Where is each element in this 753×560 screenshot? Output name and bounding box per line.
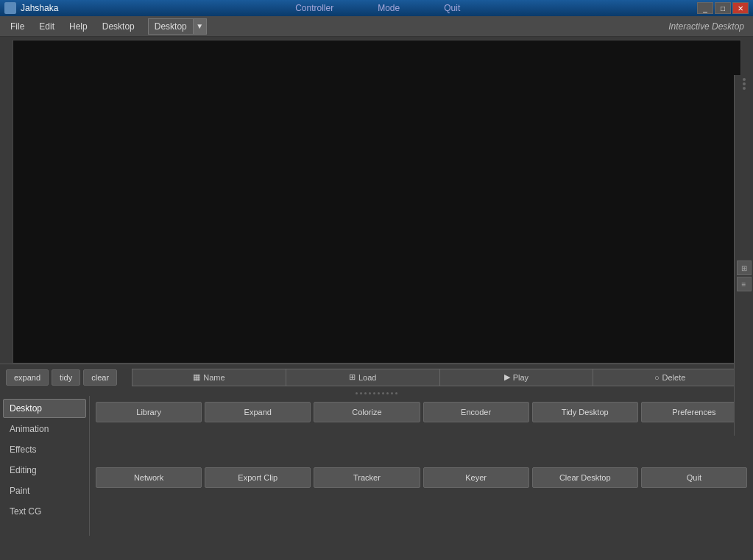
sep-dot-6 — [378, 392, 380, 394]
interactive-desktop-label: Interactive Desktop — [668, 21, 750, 32]
titlebar: Jahshaka Controller Mode Quit _ □ ✕ — [0, 0, 753, 16]
nav-textcg[interactable]: Text CG — [3, 502, 86, 521]
colorize-button[interactable]: Colorize — [314, 402, 420, 422]
sep-dot-3 — [364, 392, 367, 394]
menu-edit[interactable]: Edit — [32, 18, 62, 35]
play-icon: ▶ — [504, 372, 510, 382]
canvas-area — [0, 37, 753, 364]
sep-dot-9 — [391, 392, 393, 394]
sidebar-dot-1 — [743, 78, 746, 81]
titlebar-left: Jahshaka — [4, 2, 58, 14]
desktop-dropdown[interactable]: Desktop — [148, 18, 194, 35]
titlebar-center-1: Controller — [295, 3, 333, 13]
left-nav: Desktop Animation Effects Editing Paint … — [0, 396, 90, 536]
tidy-button[interactable]: tidy — [52, 369, 80, 386]
menu-file[interactable]: File — [3, 18, 32, 35]
nav-animation[interactable]: Animation — [3, 419, 86, 439]
right-sidebar: ⊞ ≡ — [734, 75, 753, 436]
network-button[interactable]: Network — [96, 467, 202, 488]
clear-button[interactable]: clear — [83, 369, 117, 386]
preferences-button[interactable]: Preferences — [641, 402, 747, 422]
sep-dot-7 — [382, 392, 384, 394]
close-button[interactable]: ✕ — [732, 2, 749, 14]
menu-help[interactable]: Help — [62, 18, 95, 35]
menubar: File Edit Help Desktop Desktop ▼ Interac… — [0, 16, 753, 37]
play-button[interactable]: ▶ Play — [439, 369, 593, 386]
titlebar-center-2: Mode — [378, 3, 400, 13]
clear-desktop-button[interactable]: Clear Desktop — [532, 467, 638, 488]
name-icon: ▦ — [193, 372, 200, 382]
load-icon: ⊞ — [349, 372, 356, 382]
app-icon — [4, 2, 16, 14]
separator-dots — [356, 392, 397, 394]
action-buttons-grid: Library Expand Colorize Encoder Tidy Des… — [90, 396, 753, 536]
minimize-button[interactable]: _ — [697, 2, 713, 14]
sidebar-list-icon[interactable]: ≡ — [737, 277, 752, 291]
titlebar-buttons: _ □ ✕ — [697, 2, 749, 14]
sep-dot-1 — [356, 392, 358, 394]
tracker-button[interactable]: Tracker — [314, 467, 420, 488]
titlebar-center-3: Quit — [444, 3, 460, 13]
canvas-row: ⊞ ≡ — [0, 37, 753, 364]
main-canvas — [13, 40, 741, 364]
delete-button[interactable]: ○ Delete — [593, 369, 747, 386]
sep-dot-10 — [395, 392, 397, 394]
sep-dot-4 — [369, 392, 371, 394]
titlebar-title: Jahshaka — [21, 3, 58, 13]
name-label: Name — [203, 373, 225, 382]
encoder-button[interactable]: Encoder — [423, 402, 529, 422]
maximize-button[interactable]: □ — [715, 2, 731, 14]
desktop-arrow-icon[interactable]: ▼ — [194, 18, 207, 35]
titlebar-center: Controller Mode Quit — [295, 3, 460, 13]
sidebar-dot-3 — [743, 87, 746, 90]
sidebar-grid-icon[interactable]: ⊞ — [737, 260, 752, 275]
sep-dot-5 — [373, 392, 375, 394]
sidebar-dot-2 — [743, 82, 746, 85]
nav-effects[interactable]: Effects — [3, 440, 86, 459]
sep-dot-8 — [386, 392, 389, 394]
nav-editing[interactable]: Editing — [3, 461, 86, 480]
delete-icon: ○ — [654, 373, 660, 382]
bottom-toolbar: expand tidy clear ▦ Name ⊞ Load ▶ Play ○… — [0, 364, 753, 390]
sep-dot-2 — [360, 392, 362, 394]
load-label: Load — [358, 373, 376, 382]
load-button[interactable]: ⊞ Load — [286, 369, 439, 386]
nav-desktop[interactable]: Desktop — [3, 399, 86, 418]
delete-label: Delete — [662, 373, 686, 382]
nav-paint[interactable]: Paint — [3, 481, 86, 500]
name-button[interactable]: ▦ Name — [132, 369, 286, 386]
keyer-button[interactable]: Keyer — [423, 467, 529, 488]
bottom-panel: Desktop Animation Effects Editing Paint … — [0, 396, 753, 536]
timeline-controls: ▦ Name ⊞ Load ▶ Play ○ Delete — [132, 369, 747, 386]
library-button[interactable]: Library — [96, 402, 202, 422]
play-label: Play — [513, 373, 528, 382]
expand-action-button[interactable]: Expand — [205, 402, 311, 422]
desktop-selector: Desktop ▼ — [148, 18, 207, 35]
tidy-desktop-button[interactable]: Tidy Desktop — [532, 402, 638, 422]
expand-button[interactable]: expand — [6, 369, 49, 386]
menu-desktop[interactable]: Desktop — [95, 18, 142, 35]
separator — [0, 390, 753, 396]
export-clip-button[interactable]: Export Clip — [205, 467, 311, 488]
quit-button[interactable]: Quit — [641, 467, 747, 488]
